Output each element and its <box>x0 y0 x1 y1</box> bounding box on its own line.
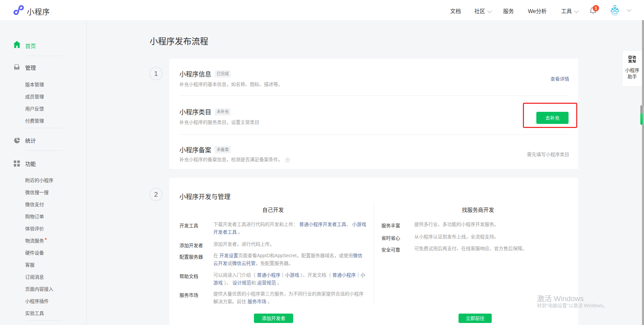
svg-text:to kyoto: to kyoto <box>613 14 617 16</box>
